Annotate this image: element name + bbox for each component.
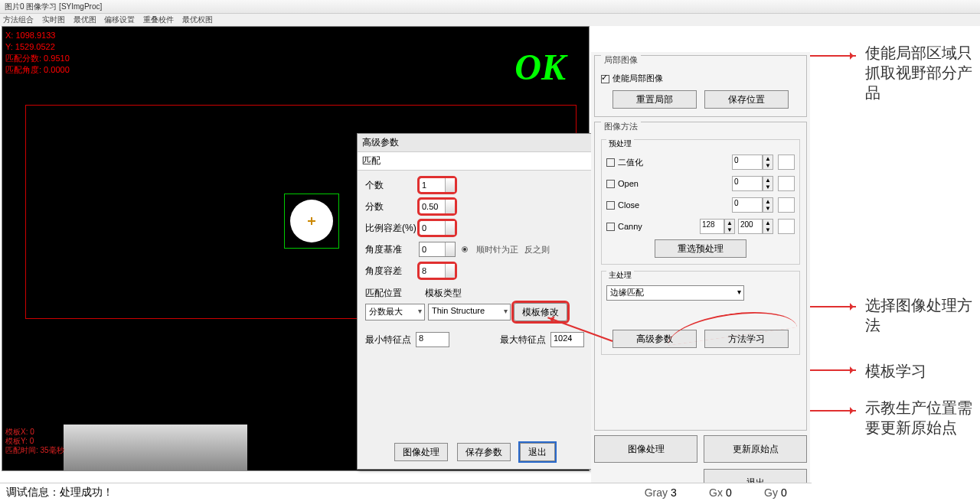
close-checkbox[interactable] <box>606 201 615 210</box>
overlay-info: X: 1098.9133 Y: 1529.0522 匹配分数: 0.9510 匹… <box>5 30 70 76</box>
canny-high-stepper[interactable]: ▲▼ <box>763 219 773 234</box>
dlg-exit-button[interactable]: 退出 <box>520 443 555 461</box>
angle-tol-spinner[interactable]: 8 <box>419 263 456 278</box>
open-stepper[interactable]: ▲▼ <box>763 176 773 191</box>
arrow-icon <box>810 369 856 371</box>
menu-item[interactable]: 实时图 <box>42 15 65 24</box>
scale-spinner[interactable]: 0 <box>419 220 456 236</box>
open-preview <box>778 176 795 191</box>
scale-label: 比例容差(%) <box>365 222 419 235</box>
reset-local-button[interactable]: 重置局部 <box>612 90 697 109</box>
update-origin-button[interactable]: 更新原始点 <box>704 435 807 463</box>
menu-bar[interactable]: 方法组合 实时图 最优图 偏移设置 重叠校件 最优权图 <box>0 14 980 26</box>
crosshair-icon <box>308 217 315 225</box>
close-label: Close <box>618 200 658 210</box>
count-label: 个数 <box>365 179 419 192</box>
menu-item[interactable]: 方法组合 <box>3 15 34 24</box>
cw-radio[interactable] <box>462 246 468 252</box>
close-preview <box>778 197 795 213</box>
bin-preview <box>778 155 795 170</box>
annotation-2: 选择图像处理方法 <box>865 295 980 335</box>
match-pos-label: 匹配位置 <box>365 287 402 300</box>
max-feat-input[interactable]: 1024 <box>550 332 584 347</box>
min-feat-label: 最小特征点 <box>365 333 411 346</box>
canny-label: Canny <box>618 222 658 231</box>
menu-item[interactable]: 最优图 <box>74 15 96 24</box>
subgroup-preprocess: 预处理 二值化0▲▼ Open0▲▼ Close0▲▼ Canny128▲▼20… <box>601 139 800 265</box>
group-method-legend: 图像方法 <box>601 121 641 132</box>
menu-item[interactable]: 偏移设置 <box>104 15 135 24</box>
bin-value[interactable]: 0 <box>732 155 763 170</box>
bin-label: 二值化 <box>618 157 658 168</box>
gx-label: Gx <box>695 486 726 499</box>
match-pos-select[interactable]: 分数最大 <box>365 304 425 320</box>
clear-preprocess-button[interactable]: 重选预处理 <box>655 239 746 258</box>
window-titlebar: 图片0 图像学习 [SYImgProc] <box>0 0 980 14</box>
menu-item[interactable]: 重叠校件 <box>143 15 174 24</box>
group-local-legend: 局部图像 <box>601 54 641 66</box>
arrow-icon <box>810 55 856 57</box>
preprocess-legend: 预处理 <box>606 138 634 149</box>
status-bar: 调试信息：处理成功！ Gray3 Gx0 Gy0 <box>0 483 812 501</box>
save-position-button[interactable]: 保存位置 <box>704 90 789 109</box>
canny-low-stepper[interactable]: ▲▼ <box>724 219 735 234</box>
group-local-image: 局部图像 使能局部图像 重置局部 保存位置 <box>594 55 807 117</box>
ccw-label: 反之则 <box>524 244 550 255</box>
arrow-icon <box>810 306 856 307</box>
edit-template-button[interactable]: 模板修改 <box>514 303 567 321</box>
template-type-label: 模板类型 <box>425 287 462 300</box>
canny-checkbox[interactable] <box>606 223 615 231</box>
open-value[interactable]: 0 <box>732 176 763 191</box>
canny-high[interactable]: 200 <box>738 219 763 234</box>
score-label: 分数 <box>365 200 419 213</box>
angle-base-spinner[interactable]: 0 <box>419 242 456 257</box>
dialog-title: 高级参数 <box>358 134 592 152</box>
bin-stepper[interactable]: ▲▼ <box>763 155 773 170</box>
cw-label: 顺时针为正 <box>476 244 518 255</box>
gy-label: Gy <box>750 486 781 499</box>
image-process-button[interactable]: 图像处理 <box>594 435 697 463</box>
score-spinner[interactable]: 0.50 <box>419 199 456 214</box>
angle-base-label: 角度基准 <box>365 243 419 256</box>
machine-part <box>64 425 247 470</box>
close-stepper[interactable]: ▲▼ <box>763 197 773 213</box>
gy-value: 0 <box>781 486 805 499</box>
annotation-1: 使能局部区域只抓取视野部分产品 <box>865 43 980 102</box>
group-image-method: 图像方法 预处理 二值化0▲▼ Open0▲▼ Close0▲▼ Canny12… <box>594 122 807 431</box>
gx-value: 0 <box>726 486 750 499</box>
enable-local-label: 使能局部图像 <box>612 73 663 83</box>
dlg-save-params-button[interactable]: 保存参数 <box>457 443 511 461</box>
annotation-4: 示教生产位置需要更新原始点 <box>865 398 980 438</box>
arrow-icon <box>810 410 856 412</box>
advanced-params-dialog[interactable]: 高级参数 匹配 个数1 分数0.50 比例容差(%)0 角度基准0顺时针为正反之… <box>357 133 593 470</box>
enable-local-checkbox[interactable] <box>601 75 609 83</box>
close-value[interactable]: 0 <box>732 197 763 213</box>
open-checkbox[interactable] <box>606 180 615 188</box>
status-ok: OK <box>514 46 566 88</box>
bin-checkbox[interactable] <box>606 158 615 167</box>
gray-value: 3 <box>671 486 695 499</box>
template-type-select[interactable]: Thin Structure <box>428 304 511 320</box>
gray-label: Gray <box>640 486 671 499</box>
right-panel: 局部图像 使能局部图像 重置局部 保存位置 图像方法 预处理 二值化0▲▼ Op… <box>591 52 810 500</box>
main-method-select[interactable]: 边缘匹配 <box>606 285 744 301</box>
mainprocess-legend: 主处理 <box>606 270 634 281</box>
canny-preview <box>778 219 795 234</box>
max-feat-label: 最大特征点 <box>500 333 546 346</box>
dlg-image-proc-button[interactable]: 图像处理 <box>394 443 448 461</box>
annotation-3: 模板学习 <box>865 361 926 381</box>
menu-item[interactable]: 最优权图 <box>182 15 213 24</box>
overlay-template-info: 模板X: 0 模板Y: 0 匹配时间: 35毫秒 <box>5 428 64 455</box>
tab-match[interactable]: 匹配 <box>358 152 592 171</box>
open-label: Open <box>618 179 658 188</box>
angle-tol-label: 角度容差 <box>365 265 419 278</box>
status-info: 调试信息：处理成功！ <box>6 486 640 499</box>
canny-low[interactable]: 128 <box>700 219 724 234</box>
min-feat-input[interactable]: 8 <box>416 332 449 347</box>
count-spinner[interactable]: 1 <box>419 177 456 193</box>
